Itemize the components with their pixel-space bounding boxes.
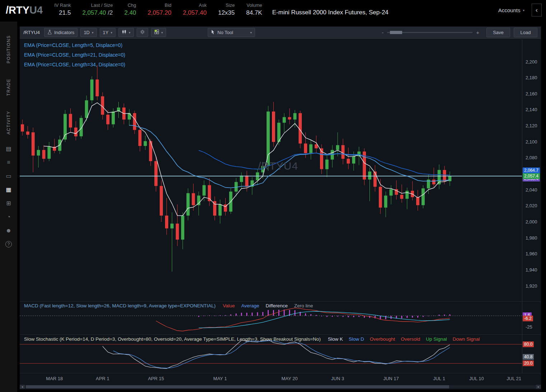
zoom-control: - + xyxy=(382,29,479,36)
metric-volume: Volume 84.7K xyxy=(246,3,262,16)
price-badge: -6.2 xyxy=(523,316,533,321)
widgets-icon[interactable]: ⊞ xyxy=(4,200,13,207)
price-axis-separator xyxy=(522,39,522,373)
axis-tick-label: 2,140 xyxy=(526,107,541,112)
metric-size: Size 12x35 xyxy=(218,3,235,16)
indicators-button[interactable]: Indicators xyxy=(44,28,77,37)
scrollbar-handle[interactable] xyxy=(26,385,449,388)
help-icon[interactable]: ? xyxy=(5,241,12,247)
metric-value: 2.40 xyxy=(124,9,136,16)
scroll-left-button[interactable]: ◂ xyxy=(20,385,25,389)
chevron-down-icon: ▾ xyxy=(110,31,112,34)
symbol-title: /RTYU4 xyxy=(6,4,43,16)
macd-title[interactable]: MACD (Fast length=12, Slow length=26, MA… xyxy=(24,303,216,308)
metric-iv-rank: IV Rank 21.5 xyxy=(54,3,71,16)
zoom-out-button[interactable]: - xyxy=(382,29,383,36)
stoch-title[interactable]: Slow Stochastic (K Period=14, D Period=3… xyxy=(24,336,321,342)
metric-last-size: Last / Size 2,057.40 /2 xyxy=(82,3,113,16)
metric-label: Bid xyxy=(148,3,171,8)
legend-item[interactable]: Average xyxy=(241,303,259,308)
contract-description: E-mini Russell 2000 Index Futures, Sep-2… xyxy=(272,9,389,16)
legend-item[interactable]: Slow K xyxy=(328,336,343,342)
zoom-slider[interactable] xyxy=(387,32,472,33)
axis-tick-label: 1,940 xyxy=(526,267,541,273)
ema-study-label[interactable]: EMA (Price=CLOSE, Length=34, Displace=0) xyxy=(24,62,125,67)
save-button[interactable]: Save xyxy=(486,28,510,37)
legend-item[interactable]: Overbought xyxy=(370,336,395,342)
chart-area: /RTYU4 Indicators 1D ▾ 1Y ▾ xyxy=(17,22,546,392)
ema-study-label[interactable]: EMA (Price=CLOSE, Length=5, Displace=0) xyxy=(24,42,122,48)
order-list-icon[interactable]: ≡ xyxy=(4,159,13,166)
sidebar-tab-trade[interactable]: TRADE xyxy=(6,79,11,96)
legend-item[interactable]: Zero line xyxy=(294,303,313,308)
chart-type-dropdown[interactable]: ▾ xyxy=(118,28,134,37)
chart-grid-icon[interactable]: ▦ xyxy=(4,186,13,193)
drawing-tool-dropdown[interactable]: No Tool ▾ xyxy=(208,28,255,37)
metric-value: 84.7K xyxy=(246,9,262,16)
time-axis[interactable]: MAR 18APR 1APR 15MAY 1MAY 20JUN 3JUN 17J… xyxy=(20,374,522,383)
monitor-icon[interactable]: ▤ xyxy=(4,146,13,152)
axis-tick-label: 2,100 xyxy=(526,139,541,145)
time-axis-label: MAY 20 xyxy=(277,376,302,381)
collapse-panel-button[interactable]: ‹ xyxy=(532,4,542,16)
trade-ticket-icon[interactable]: ▭ xyxy=(4,173,13,179)
metric-label: Chg xyxy=(124,3,136,8)
metric-value: 21.5 xyxy=(54,9,71,16)
metric-value: 12x35 xyxy=(218,9,235,16)
chevron-down-icon: ▾ xyxy=(523,9,524,12)
legend-item[interactable]: Oversold xyxy=(401,336,420,342)
price-badge: 20.0 xyxy=(523,360,534,366)
aggregation-dropdown[interactable]: 1D ▾ xyxy=(80,28,97,37)
panel-divider[interactable] xyxy=(20,301,541,302)
axis-tick-label: 1,920 xyxy=(526,283,541,289)
accounts-menu[interactable]: Accounts ▾ xyxy=(498,7,524,13)
range-dropdown[interactable]: 1Y ▾ xyxy=(100,28,116,37)
symbol-suffix: U4 xyxy=(29,4,43,16)
grid-layout-icon xyxy=(154,29,159,36)
panel-divider[interactable] xyxy=(20,334,541,335)
load-button[interactable]: Load xyxy=(514,28,537,37)
sidebar-tab-activity[interactable]: ACTIVITY xyxy=(6,111,11,134)
stoch-header: Slow Stochastic (K Period=14, D Period=3… xyxy=(24,336,480,342)
indicators-flask-icon xyxy=(47,30,52,36)
scroll-right-button[interactable]: ▸ xyxy=(536,385,541,389)
axis-tick-label: 1,980 xyxy=(526,235,541,241)
cursor-icon xyxy=(211,29,215,36)
time-axis-label: MAR 18 xyxy=(42,376,67,381)
legend-item[interactable]: Value xyxy=(223,303,235,308)
sidebar-tab-positions[interactable]: POSITIONS xyxy=(6,35,11,63)
zoom-in-button[interactable]: + xyxy=(476,29,479,36)
chevron-down-icon: ▾ xyxy=(250,31,252,34)
chart-symbol-label[interactable]: /RTYU4 xyxy=(23,30,40,35)
ema-study-label[interactable]: EMA (Price=CLOSE, Length=21, Displace=0) xyxy=(24,52,125,58)
legend-item[interactable]: Difference xyxy=(266,303,288,308)
panel-divider xyxy=(20,373,541,373)
scrollbar-track[interactable] xyxy=(25,385,536,388)
time-axis-label: JUL 21 xyxy=(502,376,527,381)
axis-tick-label: 2,180 xyxy=(526,75,541,80)
chart-settings-button[interactable] xyxy=(137,28,148,37)
axis-tick-label: 2,040 xyxy=(526,187,541,193)
community-icon[interactable]: ☻ xyxy=(4,227,13,234)
metric-label: Volume xyxy=(246,3,262,8)
legend-item[interactable]: Down Signal xyxy=(453,336,480,342)
history-icon[interactable]: ◔ xyxy=(4,214,13,220)
chevron-down-icon: ▾ xyxy=(92,31,94,34)
metric-label: Ask xyxy=(183,3,207,8)
zoom-slider-handle[interactable] xyxy=(390,31,402,34)
legend-item[interactable]: Up Signal xyxy=(426,336,447,342)
time-axis-label: JUN 17 xyxy=(378,376,404,381)
legend-item[interactable]: Slow D xyxy=(349,336,364,342)
axis-tick-label: 2,160 xyxy=(526,91,541,96)
axis-tick-label: -25 xyxy=(526,324,541,330)
price-badge: 2,064.7 xyxy=(523,167,540,173)
grid-layout-dropdown[interactable]: ▾ xyxy=(151,28,166,37)
chart-scrollbar: ◂ ▸ xyxy=(20,384,541,389)
axis-tick-label: 2,120 xyxy=(526,123,541,128)
time-axis-label: APR 1 xyxy=(90,376,115,381)
axis-tick-label: 2,020 xyxy=(526,203,541,208)
stoch-legend: Slow KSlow DOverboughtOversoldUp SignalD… xyxy=(328,336,480,342)
price-badge: 40.8 xyxy=(523,354,534,360)
chevron-down-icon: ▾ xyxy=(161,31,163,34)
left-sidebar: POSITIONS TRADE ACTIVITY ▤ ≡ ▭ ▦ ⊞ ◔ ☻ ? xyxy=(0,22,17,392)
